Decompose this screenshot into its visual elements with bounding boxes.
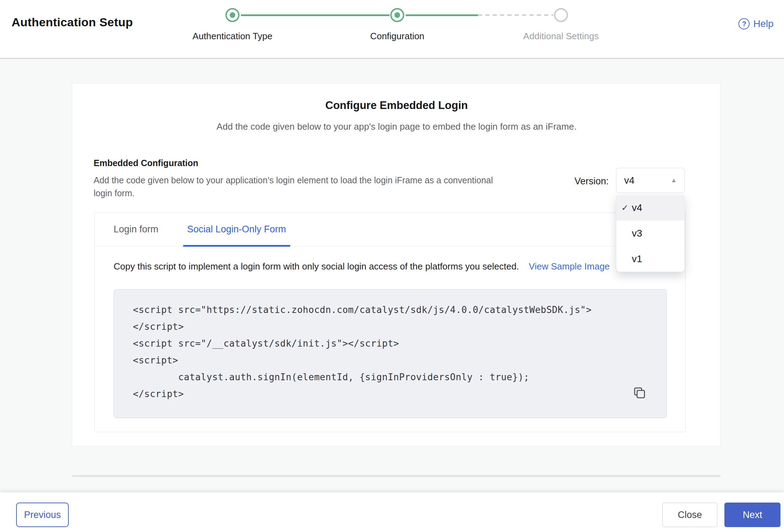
version-selected-value: v4 [624, 175, 635, 186]
step-connector-2-dashed [478, 14, 553, 16]
instruction-row: Copy this script to implement a login fo… [114, 261, 667, 272]
tab-login-form[interactable]: Login form [109, 213, 163, 246]
code-line: <script> [133, 352, 667, 369]
version-select[interactable]: v4 ▲ [616, 168, 685, 193]
step-label-authentication-type: Authentication Type [162, 31, 303, 42]
copy-code-icon[interactable] [633, 386, 646, 400]
version-option-v3[interactable]: v3 [616, 220, 684, 246]
login-form-tab-panel: Login form Social Login-Only Form Copy t… [94, 212, 685, 432]
version-option-label: v4 [632, 202, 642, 213]
code-line: </script> [133, 386, 667, 402]
version-option-label: v1 [632, 253, 642, 265]
code-line: catalyst.auth.signIn(elementId, {signInP… [133, 369, 667, 386]
chevron-up-icon: ▲ [671, 177, 677, 184]
check-icon: ✓ [621, 203, 631, 213]
tab-social-login-only-form[interactable]: Social Login-Only Form [183, 213, 290, 246]
step-connector-1 [241, 14, 390, 16]
help-label: Help [753, 18, 773, 29]
help-button[interactable]: ? Help [738, 18, 773, 29]
code-line: <script src="/__catalyst/sdk/init.js"></… [133, 335, 667, 352]
version-label: Version: [539, 176, 609, 187]
view-sample-image-link[interactable]: View Sample Image [529, 261, 610, 272]
step-circle-additional-settings [554, 8, 568, 22]
code-line: </script> [133, 318, 667, 335]
app-header: Authentication Setup Authentication Type… [0, 0, 784, 59]
copy-script-instruction: Copy this script to implement a login fo… [114, 261, 519, 272]
card-heading: Configure Embedded Login [72, 99, 721, 112]
step-circle-configuration [390, 8, 404, 22]
version-option-v4[interactable]: ✓ v4 [616, 195, 684, 220]
tab-bar: Login form Social Login-Only Form [95, 213, 685, 246]
app-footer: Previous Close Next [0, 492, 784, 532]
code-line: <script src="https://static.zohocdn.com/… [133, 301, 667, 318]
version-option-v1[interactable]: v1 [616, 246, 684, 272]
previous-button[interactable]: Previous [16, 503, 69, 527]
step-circle-authentication-type [225, 8, 239, 22]
next-button[interactable]: Next [724, 503, 780, 527]
version-option-label: v3 [632, 228, 642, 239]
embedded-configuration-description: Add the code given below to your applica… [94, 174, 504, 200]
step-label-configuration: Configuration [327, 31, 467, 42]
card-subheading: Add the code given below to your app's l… [72, 121, 721, 132]
close-button[interactable]: Close [662, 503, 717, 527]
pre-footer-divider [72, 475, 721, 477]
help-icon: ? [738, 18, 750, 29]
code-snippet-block: <script src="https://static.zohocdn.com/… [114, 289, 667, 418]
page-title: Authentication Setup [12, 15, 133, 29]
version-dropdown-menu: ✓ v4 v3 v1 [616, 195, 685, 272]
embedded-configuration-title: Embedded Configuration [94, 158, 198, 168]
step-connector-2-solid [406, 14, 478, 16]
step-label-additional-settings: Additional Settings [491, 31, 631, 42]
